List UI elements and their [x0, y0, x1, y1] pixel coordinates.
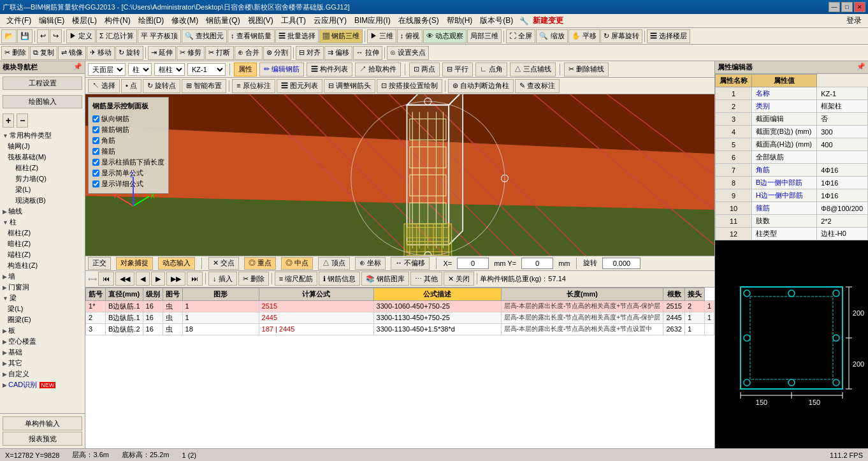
btn-3d[interactable]: ▶ 三维 — [367, 29, 396, 43]
btn-vertex[interactable]: △ 顶点 — [318, 257, 350, 270]
btn-three-point[interactable]: △ 三点辅线 — [510, 62, 556, 77]
btn-break[interactable]: ✂ 打断 — [205, 46, 233, 60]
btn-redo[interactable]: ↪ — [50, 29, 62, 43]
btn-open[interactable]: 📂 — [1, 29, 17, 43]
prop-row[interactable]: 11 肢数 2*2 — [716, 215, 868, 228]
prop-value[interactable]: 4Φ16 — [817, 164, 868, 177]
btn-parallel[interactable]: ⊟ 平行 — [442, 62, 473, 77]
btn-midpoint2[interactable]: ◎ 中点 — [281, 257, 313, 270]
check-stirrup1[interactable] — [92, 126, 99, 133]
menu-bim[interactable]: BIM应用(I) — [351, 14, 394, 27]
menu-view[interactable]: 视图(V) — [244, 14, 277, 27]
prop-value[interactable]: 400 — [817, 138, 868, 151]
btn-local-3d[interactable]: 局部三维 — [467, 29, 502, 43]
btn-offset[interactable]: ⇉ 偏移 — [324, 46, 352, 60]
btn-undo[interactable]: ↩ — [37, 29, 49, 43]
btn-split[interactable]: ⊗ 分割 — [263, 46, 291, 60]
tree-hollow[interactable]: ▶空心楼盖 — [0, 336, 85, 347]
btn-comp-list[interactable]: ☰ 构件列表 — [307, 62, 352, 77]
prop-value[interactable]: KZ-1 — [817, 87, 868, 100]
btn-merge[interactable]: ⊕ 合并 — [235, 46, 263, 60]
prop-row[interactable]: 6 全部纵筋 — [716, 151, 868, 164]
layer-select[interactable]: 天面层 — [88, 63, 126, 76]
x-input[interactable] — [457, 258, 489, 269]
tree-beam[interactable]: 梁(L) — [0, 184, 85, 195]
subtype-select[interactable]: 框柱 — [154, 63, 185, 76]
btn-extend[interactable]: ⇥ 延伸 — [148, 46, 176, 60]
menu-new-change[interactable]: 新建变更 — [529, 14, 567, 27]
btn-point[interactable]: • 点 — [121, 79, 141, 93]
check-stirrup2[interactable] — [92, 148, 99, 155]
btn-two-point[interactable]: ⊡ 两点 — [409, 62, 440, 77]
prop-value[interactable]: 1Φ16 — [817, 189, 868, 202]
y-input[interactable] — [521, 258, 553, 269]
tree-doors[interactable]: ▶门窗洞 — [0, 282, 85, 293]
tree-beam-L[interactable]: 梁(L) — [0, 304, 85, 314]
check-longitudinal1[interactable] — [92, 115, 99, 122]
btn-nav-first[interactable]: ⏮ — [98, 272, 114, 286]
prop-pin[interactable]: 📌 — [857, 62, 865, 72]
check-detail-formula[interactable] — [92, 180, 99, 187]
prop-value[interactable] — [817, 151, 868, 164]
btn-move[interactable]: ✈ 移动 — [87, 46, 115, 60]
tree-cad[interactable]: ▶CAD识别 NEW — [0, 379, 85, 390]
nav-add[interactable]: + — [3, 113, 14, 128]
nav-remove[interactable]: − — [17, 113, 28, 128]
prop-row[interactable]: 2 类别 框架柱 — [716, 100, 868, 113]
tree-axis[interactable]: ▶轴线 — [0, 206, 85, 217]
btn-edit-steel[interactable]: ✏ 编辑钢筋 — [259, 62, 304, 77]
menu-steel-qty[interactable]: 钢筋量(Q) — [202, 14, 243, 27]
prop-value[interactable]: 2*2 — [817, 215, 868, 228]
btn-del-row[interactable]: ✂ 删除 — [238, 272, 269, 286]
nav-drawing-input[interactable]: 绘图输入 — [3, 95, 82, 108]
btn-rotate-point[interactable]: ↻ 旋转点 — [143, 79, 180, 93]
steel-check-longitudinal1[interactable]: 纵向钢筋 — [92, 113, 164, 124]
btn-nav-next2[interactable]: ▶▶ — [166, 272, 185, 286]
btn-dynamic-input[interactable]: 动态输入 — [158, 257, 195, 270]
btn-nav-next[interactable]: ▶ — [151, 272, 165, 286]
menu-file[interactable]: 文件(F) — [3, 14, 35, 27]
prop-row[interactable]: 5 截面高(H边) (mm) 400 — [716, 138, 868, 151]
tree-ring-beam[interactable]: 圈梁(E) — [0, 314, 85, 325]
type-select[interactable]: 柱 — [128, 63, 152, 76]
btn-other[interactable]: ⋯ 其他 — [410, 272, 442, 286]
btn-property[interactable]: 属性 — [234, 62, 257, 77]
btn-draw-by-pos[interactable]: ⊡ 按搭接位置绘制 — [377, 79, 442, 93]
btn-fullscreen[interactable]: ⛶ 全屏 — [506, 29, 535, 43]
tree-wall[interactable]: ▶墙 — [0, 271, 85, 282]
tree-slab[interactable]: 现浇板(B) — [0, 195, 85, 206]
btn-steel-info[interactable]: ℹ 钢筋信息 — [319, 272, 360, 286]
close-button[interactable]: ✕ — [854, 2, 865, 12]
btn-save[interactable]: 💾 — [17, 29, 33, 43]
menu-draw[interactable]: 绘图(D) — [134, 14, 168, 27]
btn-snap[interactable]: 对象捕捉 — [116, 257, 153, 270]
btn-copy[interactable]: ⧉ 复制 — [30, 46, 57, 60]
prop-value[interactable]: 边柱-H0 — [817, 228, 868, 240]
btn-nav-prev[interactable]: ◀ — [136, 272, 150, 286]
btn-steel-3d[interactable]: ▦ 钢筋三维 — [319, 29, 363, 43]
btn-select2[interactable]: ↖ 选择 — [88, 79, 120, 93]
menu-component[interactable]: 构件(N) — [101, 14, 134, 27]
btn-find[interactable]: 🔍 查找图元 — [182, 29, 227, 43]
tree-beams[interactable]: ▼梁 — [0, 293, 85, 304]
tree-frame-col[interactable]: 框柱(Z) — [0, 163, 85, 173]
btn-stretch[interactable]: ↔ 拉伸 — [353, 46, 382, 60]
btn-corner-angle[interactable]: ∟ 点角 — [475, 62, 507, 77]
prop-value[interactable]: 1Φ16 — [817, 177, 868, 189]
menu-modify[interactable]: 修改(M) — [168, 14, 202, 27]
btn-view-steel[interactable]: ↕ 查看钢筋量 — [228, 29, 275, 43]
btn-dynamic-obs[interactable]: 👁 动态观察 — [423, 29, 467, 43]
btn-pan[interactable]: ✋ 平移 — [568, 29, 600, 43]
viewport-3d[interactable]: 钢筋显示控制面板 纵向钢筋 箍筋钢筋 角筋 箍筋 显示柱插筋下插长度 显示简单公… — [85, 94, 714, 256]
tree-foundation[interactable]: ▶基础 — [0, 347, 85, 358]
btn-intersect[interactable]: ✕ 交点 — [208, 257, 239, 270]
prop-value[interactable]: 框架柱 — [817, 100, 868, 113]
btn-original-mark[interactable]: ≡ 原位标注 — [232, 79, 275, 93]
prop-row[interactable]: 3 截面编辑 否 — [716, 113, 868, 126]
prop-row[interactable]: 4 截面宽(B边) (mm) 300 — [716, 126, 868, 138]
btn-batch-select[interactable]: ☰ 批量选择 — [275, 29, 319, 43]
tree-col-end[interactable]: 端柱(Z) — [0, 249, 85, 260]
btn-delete[interactable]: ✂ 删除 — [1, 46, 29, 60]
prop-value[interactable]: Φ8@100/200 — [817, 202, 868, 215]
tree-slabs[interactable]: ▶板 — [0, 325, 85, 336]
